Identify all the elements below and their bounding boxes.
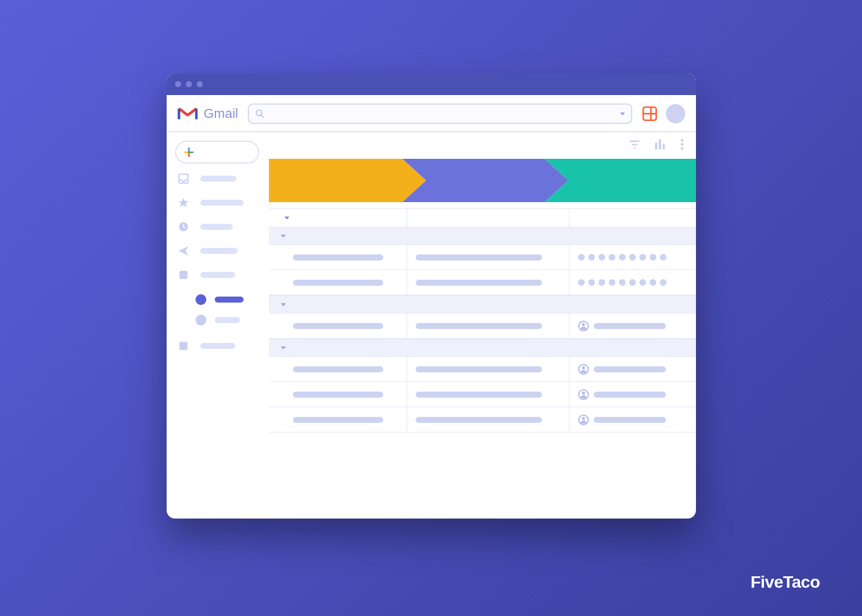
cell-placeholder xyxy=(594,392,666,398)
filter-icon[interactable] xyxy=(629,140,641,149)
svg-rect-18 xyxy=(654,143,657,149)
sidebar-item-snoozed[interactable] xyxy=(175,218,263,236)
inbox-icon xyxy=(177,173,189,185)
column-header-1[interactable] xyxy=(269,209,407,227)
sidebar-item-inbox[interactable] xyxy=(175,170,263,188)
pipeline-stage-1[interactable] xyxy=(269,159,426,202)
toolbar xyxy=(269,132,696,156)
svg-point-21 xyxy=(680,139,683,142)
cell-placeholder xyxy=(416,280,542,286)
app-name: Gmail xyxy=(204,106,238,122)
caret-down-icon xyxy=(281,346,286,350)
svg-rect-17 xyxy=(633,147,635,149)
sidebar-item-label xyxy=(215,317,240,323)
sidebar-item-label xyxy=(200,224,233,230)
svg-point-22 xyxy=(680,143,683,146)
table-header xyxy=(269,209,696,227)
svg-point-23 xyxy=(680,147,683,150)
table-row[interactable] xyxy=(269,407,696,433)
sent-icon xyxy=(177,245,189,257)
sidebar-subitem-active[interactable] xyxy=(195,292,263,307)
svg-rect-16 xyxy=(632,144,638,145)
sidebar xyxy=(167,132,269,519)
column-header-3[interactable] xyxy=(570,209,696,227)
sidebar-item-sent[interactable] xyxy=(175,242,263,260)
table-group-header[interactable] xyxy=(269,295,696,313)
caret-down-icon xyxy=(285,217,289,220)
stop-icon xyxy=(177,340,189,352)
cell-placeholder xyxy=(416,254,542,260)
chart-icon[interactable] xyxy=(654,138,667,150)
search-input[interactable] xyxy=(269,109,615,119)
table-group-header[interactable] xyxy=(269,227,696,245)
table-row[interactable] xyxy=(269,313,696,339)
svg-rect-15 xyxy=(630,141,639,142)
cell-placeholder xyxy=(416,323,542,329)
main-panel xyxy=(269,132,696,519)
svg-rect-19 xyxy=(659,140,661,149)
stop-icon xyxy=(177,269,189,281)
column-header-2[interactable] xyxy=(407,209,570,227)
clock-icon xyxy=(177,221,189,233)
gmail-icon xyxy=(177,106,198,122)
svg-rect-20 xyxy=(662,144,665,149)
person-icon xyxy=(578,321,589,331)
app-window: Gmail xyxy=(167,73,696,519)
table-row[interactable] xyxy=(269,245,696,270)
person-icon xyxy=(578,414,589,425)
search-icon xyxy=(255,109,265,119)
app-logo[interactable]: Gmail xyxy=(177,106,238,122)
table-row[interactable] xyxy=(269,270,696,295)
cell-placeholder xyxy=(416,366,542,372)
pipeline-stages xyxy=(269,159,696,202)
cell-placeholder xyxy=(293,280,383,286)
compose-button[interactable] xyxy=(175,141,259,164)
traffic-light-zoom[interactable] xyxy=(197,81,203,87)
user-avatar[interactable] xyxy=(666,104,685,123)
cell-placeholder xyxy=(416,392,542,398)
app-header: Gmail xyxy=(167,95,696,132)
sidebar-item-label-1[interactable] xyxy=(175,266,263,284)
dot-icon xyxy=(195,315,206,325)
sidebar-item-starred[interactable] xyxy=(175,194,263,212)
table-group-header[interactable] xyxy=(269,339,696,357)
svg-rect-13 xyxy=(179,271,187,279)
watermark: FiveTaco xyxy=(751,573,820,592)
window-titlebar xyxy=(167,73,696,95)
cell-placeholder xyxy=(293,392,383,398)
more-icon[interactable] xyxy=(680,138,684,150)
cell-placeholder xyxy=(416,417,542,423)
addon-grid-icon[interactable] xyxy=(642,106,657,122)
crm-table xyxy=(269,208,696,519)
sidebar-item-label xyxy=(200,200,244,206)
cell-placeholder xyxy=(293,366,383,372)
sidebar-item-label xyxy=(215,297,244,303)
star-icon xyxy=(177,197,189,209)
cell-placeholder xyxy=(293,417,383,423)
cell-placeholder xyxy=(594,366,666,372)
sidebar-item-label xyxy=(200,343,235,349)
table-row[interactable] xyxy=(269,357,696,382)
svg-line-3 xyxy=(261,115,263,117)
dot-icon xyxy=(195,294,206,305)
table-row[interactable] xyxy=(269,382,696,407)
search-options-caret-icon[interactable] xyxy=(620,112,625,116)
caret-down-icon xyxy=(281,303,286,306)
cell-placeholder xyxy=(293,254,383,260)
cell-placeholder xyxy=(594,417,666,423)
search-bar[interactable] xyxy=(248,103,632,124)
sidebar-item-label xyxy=(200,248,238,254)
caret-down-icon xyxy=(281,235,286,238)
sidebar-item-label xyxy=(200,176,236,182)
sidebar-subitem[interactable] xyxy=(195,313,263,327)
pipeline-stage-2[interactable] xyxy=(402,159,568,202)
traffic-light-minimize[interactable] xyxy=(186,81,192,87)
avatar-stack xyxy=(578,254,667,260)
sidebar-item-label-2[interactable] xyxy=(175,337,263,355)
traffic-light-close[interactable] xyxy=(175,81,181,87)
cell-placeholder xyxy=(293,323,383,329)
svg-rect-14 xyxy=(179,342,187,350)
plus-icon xyxy=(183,147,194,158)
avatar-stack xyxy=(578,279,667,286)
sidebar-item-label xyxy=(200,272,235,278)
